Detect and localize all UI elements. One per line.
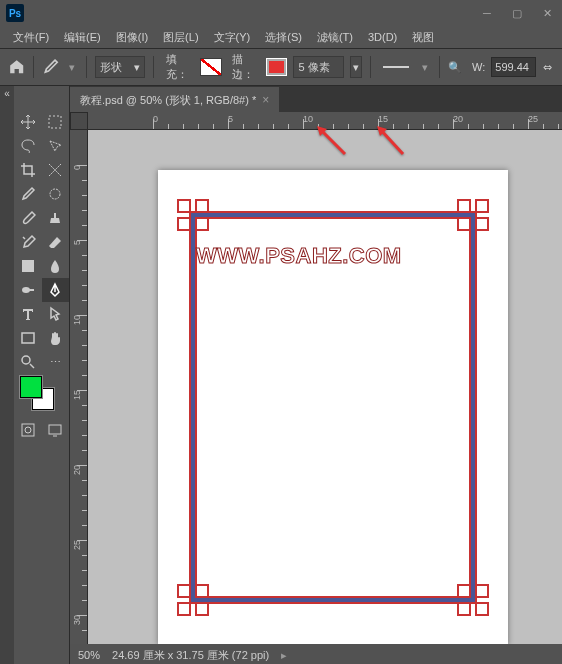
menu-edit[interactable]: 编辑(E) (57, 27, 108, 48)
stroke-swatch[interactable] (266, 58, 287, 76)
svg-point-7 (22, 356, 30, 364)
app-logo: Ps (6, 4, 24, 22)
stroke-size-value: 5 像素 (298, 60, 329, 75)
fill-swatch[interactable] (200, 58, 221, 76)
screenmode-tool[interactable] (42, 418, 70, 442)
artboard: WWW.PSAHZ.COM (158, 170, 508, 644)
move-tool[interactable] (14, 110, 42, 134)
svg-rect-16 (178, 218, 190, 230)
zoom-tool[interactable] (14, 350, 42, 374)
status-chevron-icon[interactable]: ▸ (281, 649, 287, 662)
document-tabbar: 教程.psd @ 50% (形状 1, RGB/8#) * × (70, 86, 562, 112)
svg-rect-25 (196, 603, 208, 615)
svg-rect-26 (458, 585, 470, 597)
type-tool[interactable] (14, 302, 42, 326)
ruler-origin[interactable] (70, 112, 88, 130)
gradient-tool[interactable] (14, 254, 42, 278)
ruler-tick-label: 20 (453, 114, 463, 124)
pen-tool[interactable] (42, 278, 70, 302)
history-brush-tool[interactable] (14, 230, 42, 254)
stroke-size-field[interactable]: 5 像素 (293, 56, 343, 78)
panel-collapse-strip[interactable]: « (0, 86, 14, 664)
eraser-tool[interactable] (42, 230, 70, 254)
svg-rect-23 (196, 585, 208, 597)
svg-rect-19 (476, 200, 488, 212)
svg-rect-10 (49, 425, 61, 434)
main-area: « ⋯ 教程.psd @ 50% (形状 1, RGB/8#) * × 0510… (0, 86, 562, 664)
menu-filter[interactable]: 滤镜(T) (310, 27, 360, 48)
doc-dimensions: 24.69 厘米 x 31.75 厘米 (72 ppi) (112, 648, 269, 663)
tool-preset-dropdown[interactable]: ▾ (66, 60, 78, 74)
tab-title: 教程.psd @ 50% (形状 1, RGB/8#) * (80, 93, 256, 108)
brush-tool[interactable] (14, 206, 42, 230)
tool-preset-icon[interactable] (42, 58, 59, 76)
svg-point-4 (22, 287, 30, 293)
width-label: W: (472, 61, 485, 73)
svg-rect-11 (193, 215, 473, 600)
menubar: 文件(F) 编辑(E) 图像(I) 图层(L) 文字(Y) 选择(S) 滤镜(T… (0, 26, 562, 48)
ruler-tick-label: 15 (72, 390, 82, 400)
marquee-tool[interactable] (42, 110, 70, 134)
minimize-button[interactable]: ─ (472, 3, 502, 23)
menu-view[interactable]: 视图 (405, 27, 441, 48)
ruler-tick-label: 0 (153, 114, 158, 124)
search-icon[interactable]: 🔍 (448, 61, 462, 74)
svg-point-1 (50, 189, 60, 199)
ruler-tick-label: 25 (528, 114, 538, 124)
lasso-tool[interactable] (14, 134, 42, 158)
crop-tool[interactable] (14, 158, 42, 182)
ruler-tick-label: 25 (72, 540, 82, 550)
eyedropper-tool[interactable] (14, 182, 42, 206)
svg-rect-22 (178, 585, 190, 597)
viewport[interactable]: WWW.PSAHZ.COM (88, 130, 562, 644)
link-icon[interactable]: ⇔ (542, 61, 554, 74)
menu-select[interactable]: 选择(S) (258, 27, 309, 48)
statusbar: 50% 24.69 厘米 x 31.75 厘米 (72 ppi) ▸ (70, 644, 562, 664)
color-swatches (14, 374, 69, 418)
stroke-size-dropdown[interactable]: ▾ (350, 56, 362, 78)
width-field[interactable]: 599.44 (491, 57, 536, 77)
stroke-label: 描边： (232, 52, 261, 82)
maximize-button[interactable]: ▢ (502, 3, 532, 23)
slice-tool[interactable] (42, 158, 70, 182)
svg-rect-24 (178, 603, 190, 615)
shape-mode-label: 形状 (100, 60, 122, 75)
foreground-color[interactable] (20, 376, 42, 398)
document-tab[interactable]: 教程.psd @ 50% (形状 1, RGB/8#) * × (70, 87, 279, 112)
width-value: 599.44 (495, 61, 529, 73)
quickmask-tool[interactable] (14, 418, 42, 442)
svg-rect-32 (191, 598, 195, 602)
dodge-tool[interactable] (14, 278, 42, 302)
svg-rect-17 (196, 218, 208, 230)
menu-image[interactable]: 图像(I) (109, 27, 155, 48)
svg-rect-15 (196, 200, 208, 212)
ruler-vertical[interactable]: 051015202530 (70, 130, 88, 644)
menu-type[interactable]: 文字(Y) (207, 27, 258, 48)
menu-file[interactable]: 文件(F) (6, 27, 56, 48)
home-icon[interactable] (8, 57, 25, 77)
quick-select-tool[interactable] (42, 134, 70, 158)
menu-3d[interactable]: 3D(D) (361, 28, 404, 46)
rectangle-tool[interactable] (14, 326, 42, 350)
zoom-level[interactable]: 50% (78, 649, 100, 661)
stroke-style-dropdown[interactable]: ▾ (419, 60, 431, 74)
clone-stamp-tool[interactable] (42, 206, 70, 230)
path-select-tool[interactable] (42, 302, 70, 326)
menu-layer[interactable]: 图层(L) (156, 27, 205, 48)
shape-mode-select[interactable]: 形状▾ (95, 56, 145, 78)
stroke-style-preview[interactable] (383, 66, 409, 68)
tab-close-icon[interactable]: × (262, 93, 269, 107)
edit-toolbar[interactable]: ⋯ (42, 350, 70, 374)
spot-heal-tool[interactable] (42, 182, 70, 206)
collapse-icon: « (4, 88, 10, 99)
svg-rect-6 (22, 333, 34, 343)
close-button[interactable]: ✕ (532, 3, 562, 23)
blur-tool[interactable] (42, 254, 70, 278)
watermark-text: WWW.PSAHZ.COM (196, 243, 402, 269)
hand-tool[interactable] (42, 326, 70, 350)
fill-label: 填充： (166, 52, 195, 82)
svg-rect-20 (458, 218, 470, 230)
canvas-area: 教程.psd @ 50% (形状 1, RGB/8#) * × 05101520… (70, 86, 562, 664)
svg-rect-13 (196, 218, 470, 597)
ruler-horizontal[interactable]: 0510152025 (88, 112, 562, 130)
